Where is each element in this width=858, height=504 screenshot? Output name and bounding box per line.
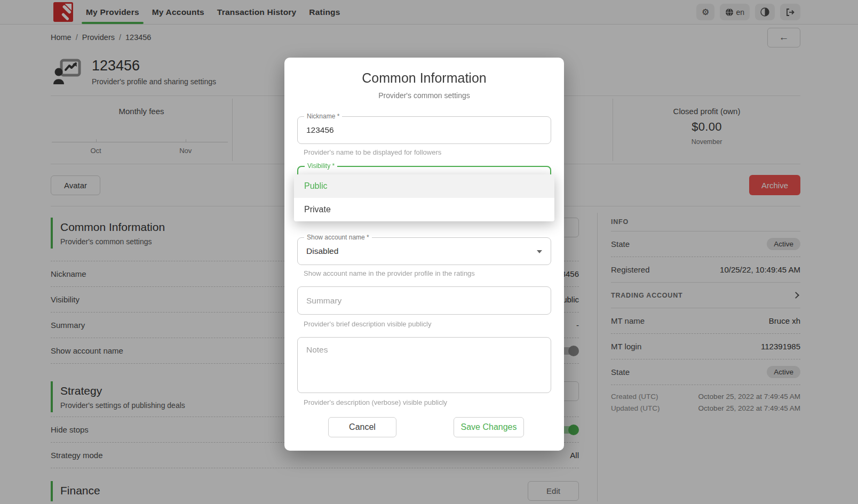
notes-textarea[interactable] [298, 338, 551, 393]
chevron-down-icon [537, 250, 542, 253]
nickname-field-label: Nickname * [304, 113, 342, 120]
show-account-name-helper-text: Show account name in the provider profil… [304, 269, 545, 277]
notes-field [297, 337, 551, 393]
visibility-dropdown-menu: Public Private [294, 174, 554, 221]
nickname-input[interactable] [298, 117, 551, 143]
nickname-field: Nickname * [297, 116, 551, 144]
notes-helper-text: Provider's description (verbose) visible… [304, 398, 545, 406]
nickname-helper-text: Provider's name to be displayed for foll… [304, 148, 545, 156]
show-account-name-field-label: Show account name * [304, 234, 372, 241]
dialog-title: Common Information [284, 70, 564, 86]
visibility-field-label: Visibility * [305, 162, 337, 170]
visibility-option-public[interactable]: Public [294, 174, 554, 198]
visibility-option-private[interactable]: Private [294, 198, 554, 221]
dialog-subtitle: Provider's common settings [284, 91, 564, 100]
show-account-name-select[interactable]: Disabled [298, 238, 551, 265]
summary-input[interactable] [298, 287, 551, 314]
summary-helper-text: Provider's brief description visible pub… [304, 320, 545, 328]
common-information-dialog: Common Information Provider's common set… [284, 58, 564, 451]
summary-field [297, 286, 551, 315]
cancel-button[interactable]: Cancel [328, 417, 396, 437]
save-changes-button[interactable]: Save Changes [454, 417, 524, 437]
show-account-name-field[interactable]: Show account name * Disabled [297, 237, 551, 265]
